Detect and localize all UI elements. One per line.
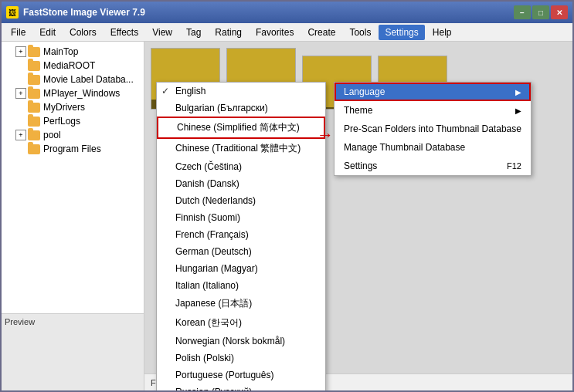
tree-item-perflogs[interactable]: PerfLogs bbox=[2, 114, 144, 128]
settings-theme[interactable]: Theme ▶ bbox=[335, 101, 531, 120]
tree-item-movielabel[interactable]: Movie Label Databa... bbox=[2, 73, 144, 86]
theme-submenu-arrow: ▶ bbox=[515, 106, 521, 115]
tree-label-maintop: MainTop bbox=[43, 46, 78, 57]
tree-label-mediaroot: MediaROOT bbox=[43, 60, 95, 71]
main-content: + MainTop MediaROOT Movie Label Databa..… bbox=[2, 42, 572, 390]
menu-tag[interactable]: Tag bbox=[180, 25, 207, 40]
lang-czech[interactable]: Czech (Čeština) bbox=[157, 158, 325, 175]
folder-icon-mediaroot bbox=[28, 61, 40, 71]
menu-effects[interactable]: Effects bbox=[104, 25, 144, 40]
main-window: 🖼 FastStone Image Viewer 7.9 − □ ✕ File … bbox=[0, 0, 574, 392]
language-menu: English Bulgarian (Български) Chinese (S… bbox=[156, 82, 326, 390]
tree-label-movielabel: Movie Label Databa... bbox=[43, 74, 134, 85]
menu-colors[interactable]: Colors bbox=[63, 25, 103, 40]
menu-file[interactable]: File bbox=[5, 25, 32, 40]
menu-rating[interactable]: Rating bbox=[209, 25, 248, 40]
menu-bar: File Edit Colors Effects View Tag Rating… bbox=[2, 23, 572, 42]
settings-manage-thumbnails[interactable]: Manage Thumbnail Database bbox=[335, 138, 531, 157]
settings-shortcut: F12 bbox=[507, 161, 521, 171]
preview-label: Preview bbox=[5, 317, 35, 326]
tree-label-programfiles: Program Files bbox=[43, 144, 101, 154]
close-button[interactable]: ✕ bbox=[551, 5, 568, 19]
lang-italian[interactable]: Italian (Italiano) bbox=[157, 277, 325, 294]
file-tree[interactable]: + MainTop MediaROOT Movie Label Databa..… bbox=[2, 42, 144, 313]
menu-settings[interactable]: Settings bbox=[379, 25, 424, 40]
lang-german[interactable]: German (Deutsch) bbox=[157, 243, 325, 260]
expander-maintop[interactable]: + bbox=[15, 46, 26, 57]
folder-icon-maintop bbox=[28, 47, 40, 57]
settings-prescan-label: Pre-Scan Folders into Thumbnail Database bbox=[344, 123, 521, 134]
lang-norwegian[interactable]: Norwegian (Norsk bokmål) bbox=[157, 333, 325, 350]
tree-label-mydrivers: MyDrivers bbox=[43, 102, 85, 113]
tree-label-mplayer: MPlayer_Windows bbox=[43, 88, 120, 99]
expander-mplayer[interactable]: + bbox=[15, 88, 26, 99]
folder-icon-pool bbox=[28, 130, 40, 140]
settings-prescan[interactable]: Pre-Scan Folders into Thumbnail Database bbox=[335, 120, 531, 138]
left-panel: + MainTop MediaROOT Movie Label Databa..… bbox=[2, 42, 144, 390]
folder-icon-mydrivers bbox=[28, 103, 40, 113]
preview-area: Preview bbox=[2, 313, 144, 390]
folder-icon-programfiles bbox=[28, 144, 40, 154]
app-icon: 🖼 bbox=[6, 6, 19, 19]
lang-hungarian[interactable]: Hungarian (Magyar) bbox=[157, 260, 325, 277]
tree-item-pool[interactable]: + pool bbox=[2, 128, 144, 142]
menu-tools[interactable]: Tools bbox=[343, 25, 377, 40]
tree-item-maintop[interactable]: + MainTop bbox=[2, 45, 144, 59]
tree-item-mplayer[interactable]: + MPlayer_Windows bbox=[2, 86, 144, 100]
title-bar-left: 🖼 FastStone Image Viewer 7.9 bbox=[6, 6, 145, 19]
settings-settings-label: Settings bbox=[344, 161, 377, 171]
settings-dropdown: Language ▶ Theme ▶ Pre-Scan Folders into… bbox=[334, 82, 532, 176]
menu-create[interactable]: Create bbox=[301, 25, 341, 40]
tree-item-mydrivers[interactable]: MyDrivers bbox=[2, 100, 144, 114]
lang-polish[interactable]: Polish (Polski) bbox=[157, 350, 325, 367]
tree-item-mediaroot[interactable]: MediaROOT bbox=[2, 59, 144, 73]
menu-favorites[interactable]: Favorites bbox=[250, 25, 300, 40]
menu-view[interactable]: View bbox=[146, 25, 178, 40]
lang-finnish[interactable]: Finnish (Suomi) bbox=[157, 209, 325, 226]
settings-language-label: Language bbox=[344, 86, 385, 97]
folder-icon-movielabel bbox=[28, 75, 40, 85]
lang-chinese-simplified[interactable]: Chinese (Simplified 简体中文) bbox=[157, 117, 325, 139]
lang-russian[interactable]: Russian (Русский) bbox=[157, 384, 325, 390]
expander-pool[interactable]: + bbox=[15, 130, 26, 140]
lang-dutch[interactable]: Dutch (Nederlands) bbox=[157, 192, 325, 209]
menu-help[interactable]: Help bbox=[426, 25, 458, 40]
lang-korean[interactable]: Korean (한국어) bbox=[157, 313, 325, 333]
settings-language[interactable]: Language ▶ bbox=[335, 83, 531, 101]
lang-english[interactable]: English bbox=[157, 83, 325, 100]
title-bar: 🖼 FastStone Image Viewer 7.9 − □ ✕ bbox=[2, 2, 572, 23]
window-title: FastStone Image Viewer 7.9 bbox=[23, 7, 145, 18]
menu-edit[interactable]: Edit bbox=[33, 25, 62, 40]
lang-portuguese[interactable]: Portuguese (Português) bbox=[157, 367, 325, 384]
arrow-indicator: → bbox=[317, 125, 334, 145]
tree-item-programfiles[interactable]: Program Files bbox=[2, 142, 144, 156]
settings-settings[interactable]: Settings F12 bbox=[335, 157, 531, 175]
lang-japanese[interactable]: Japanese (日本語) bbox=[157, 294, 325, 313]
minimize-button[interactable]: − bbox=[514, 5, 531, 19]
settings-theme-label: Theme bbox=[344, 105, 372, 116]
tree-label-perflogs: PerfLogs bbox=[43, 116, 80, 127]
lang-french[interactable]: French (Français) bbox=[157, 226, 325, 243]
folder-icon-mplayer bbox=[28, 89, 40, 99]
tree-label-pool: pool bbox=[43, 130, 61, 140]
folder-icon-perflogs bbox=[28, 117, 40, 127]
lang-danish[interactable]: Danish (Dansk) bbox=[157, 175, 325, 192]
settings-manage-label: Manage Thumbnail Database bbox=[344, 142, 465, 153]
window-controls: − □ ✕ bbox=[514, 5, 568, 19]
lang-chinese-traditional[interactable]: Chinese (Traditional 繁體中文) bbox=[157, 139, 325, 158]
language-submenu-arrow: ▶ bbox=[515, 88, 521, 96]
lang-bulgarian[interactable]: Bulgarian (Български) bbox=[157, 100, 325, 117]
maximize-button[interactable]: □ bbox=[532, 5, 549, 19]
